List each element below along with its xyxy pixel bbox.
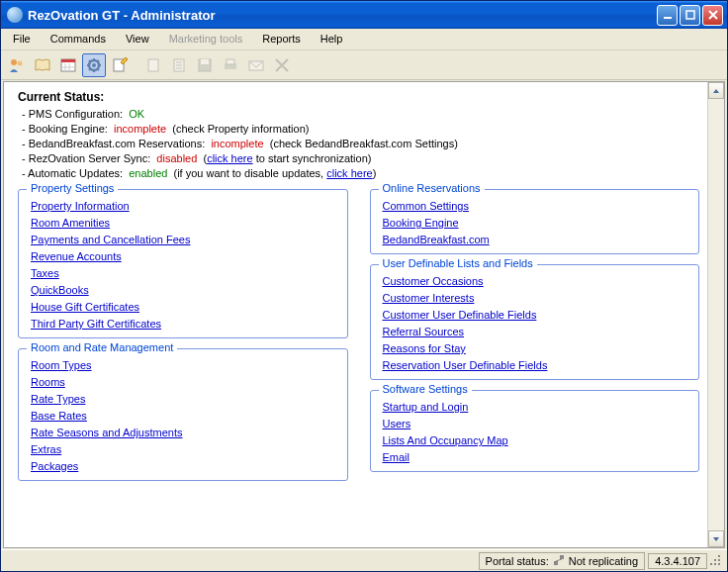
link-email[interactable]: Email	[383, 451, 410, 463]
portal-status-panel: Portal status: Not replicating	[479, 552, 646, 570]
close-button[interactable]	[702, 5, 723, 26]
status-pms: - PMS Configuration: OK	[22, 108, 699, 120]
app-icon	[7, 7, 23, 23]
group-room-rate: Room and Rate Management Room Types Room…	[18, 348, 348, 481]
svg-rect-19	[554, 561, 558, 565]
link-customer-fields[interactable]: Customer User Definable Fields	[383, 309, 537, 321]
svg-rect-5	[61, 59, 75, 62]
svg-point-10	[92, 63, 96, 67]
link-room-types[interactable]: Room Types	[31, 359, 92, 371]
menu-reports[interactable]: Reports	[252, 29, 311, 49]
link-referral-sources[interactable]: Referral Sources	[383, 326, 465, 337]
app-window: RezOvation GT - Administrator File Comma…	[0, 0, 728, 572]
toolbar-users-icon[interactable]	[5, 53, 29, 77]
toolbar-delete-icon	[270, 53, 294, 77]
minimize-button[interactable]	[657, 5, 678, 26]
menu-view[interactable]: View	[116, 29, 159, 49]
toolbar-open-icon	[167, 53, 191, 77]
menu-marketing-tools: Marketing tools	[159, 29, 253, 49]
group-room-rate-legend: Room and Rate Management	[27, 341, 177, 353]
link-base-rates[interactable]: Base Rates	[31, 410, 87, 422]
link-users[interactable]: Users	[383, 418, 411, 429]
status-bnb-value: incomplete	[211, 138, 263, 149]
link-reasons-for-stay[interactable]: Reasons for Stay	[383, 342, 466, 354]
window-title: RezOvation GT - Administrator	[28, 8, 215, 23]
menu-help[interactable]: Help	[311, 29, 353, 49]
group-software-settings: Software Settings Startup and Login User…	[370, 390, 700, 472]
group-online-reservations: Online Reservations Common Settings Book…	[370, 189, 700, 254]
link-rate-types[interactable]: Rate Types	[31, 393, 85, 405]
group-property-legend: Property Settings	[27, 182, 118, 194]
toolbar-save-icon	[193, 53, 217, 77]
status-updates: - Automatic Updates: enabled (if you wan…	[22, 167, 699, 179]
link-third-party-gift-certs[interactable]: Third Party Gift Certificates	[31, 318, 161, 330]
status-booking: - Booking Engine: incomplete (check Prop…	[22, 123, 699, 135]
status-pms-value: OK	[129, 108, 144, 120]
status-bnb: - BedandBreakfast.com Reservations: inco…	[22, 138, 699, 149]
toolbar-edit-icon[interactable]	[108, 53, 132, 77]
portal-status-value: Not replicating	[569, 555, 638, 567]
titlebar: RezOvation GT - Administrator	[1, 1, 727, 29]
status-booking-value: incomplete	[114, 123, 166, 135]
toolbar-new-icon	[141, 53, 165, 77]
group-user-lists: User Definable Lists and Fields Customer…	[370, 264, 700, 380]
link-rooms[interactable]: Rooms	[31, 376, 65, 388]
group-property-settings: Property Settings Property Information R…	[18, 189, 348, 338]
resize-grip[interactable]	[709, 554, 723, 568]
vertical-scrollbar[interactable]	[707, 82, 724, 547]
link-quickbooks[interactable]: QuickBooks	[31, 284, 89, 296]
toolbar-settings-icon[interactable]	[82, 53, 106, 77]
content-area: Current Status: - PMS Configuration: OK …	[3, 81, 725, 548]
group-online-legend: Online Reservations	[379, 182, 485, 194]
link-customer-occasions[interactable]: Customer Occasions	[383, 275, 484, 287]
link-payments-cancellation[interactable]: Payments and Cancellation Fees	[31, 234, 190, 245]
replication-icon	[553, 554, 565, 568]
link-booking-engine[interactable]: Booking Engine	[383, 217, 459, 229]
link-rate-seasons[interactable]: Rate Seasons and Adjustments	[31, 427, 182, 438]
toolbar-print-icon	[219, 53, 242, 77]
group-user-lists-legend: User Definable Lists and Fields	[379, 257, 537, 269]
status-updates-value: enabled	[129, 167, 167, 179]
menu-commands[interactable]: Commands	[41, 29, 116, 49]
current-status-heading: Current Status:	[18, 90, 699, 104]
maximize-button[interactable]	[680, 5, 700, 26]
version-label: 4.3.4.107	[655, 555, 700, 567]
scroll-area: Current Status: - PMS Configuration: OK …	[4, 82, 707, 547]
link-extras[interactable]: Extras	[31, 443, 61, 455]
link-startup-login[interactable]: Startup and Login	[383, 401, 469, 413]
scroll-up-button[interactable]	[708, 82, 724, 99]
link-reservation-fields[interactable]: Reservation User Definable Fields	[383, 359, 548, 371]
link-packages[interactable]: Packages	[31, 460, 78, 472]
link-room-amenities[interactable]: Room Amenities	[31, 217, 110, 229]
status-sync-value: disabled	[156, 152, 197, 164]
toolbar-calendar-icon[interactable]	[56, 53, 80, 77]
svg-rect-12	[148, 59, 158, 71]
svg-point-3	[18, 60, 23, 65]
link-bnb-com[interactable]: BedandBreakfast.com	[383, 234, 490, 245]
sync-click-here-link[interactable]: click here	[207, 152, 252, 164]
svg-rect-17	[227, 59, 234, 64]
svg-rect-0	[664, 17, 672, 19]
link-revenue-accounts[interactable]: Revenue Accounts	[31, 250, 122, 262]
version-panel: 4.3.4.107	[648, 553, 707, 569]
toolbar-book-icon[interactable]	[31, 53, 54, 77]
menu-file[interactable]: File	[3, 29, 41, 49]
scroll-track[interactable]	[708, 99, 724, 530]
link-house-gift-certs[interactable]: House Gift Certificates	[31, 301, 139, 313]
link-property-information[interactable]: Property Information	[31, 200, 130, 212]
link-customer-interests[interactable]: Customer Interests	[383, 292, 475, 304]
statusbar: Portal status: Not replicating 4.3.4.107	[1, 549, 727, 571]
menubar: File Commands View Marketing tools Repor…	[1, 29, 727, 50]
svg-rect-15	[201, 59, 209, 64]
toolbar	[1, 50, 727, 80]
svg-point-2	[11, 59, 17, 65]
link-taxes[interactable]: Taxes	[31, 267, 59, 279]
link-common-settings[interactable]: Common Settings	[383, 200, 469, 212]
toolbar-mail-icon	[244, 53, 268, 77]
updates-click-here-link[interactable]: click here	[326, 167, 372, 179]
svg-rect-1	[686, 11, 694, 19]
scroll-down-button[interactable]	[708, 530, 724, 547]
link-lists-occupancy[interactable]: Lists And Occupancy Map	[383, 434, 508, 446]
status-sync: - RezOvation Server Sync: disabled (clic…	[22, 152, 699, 164]
group-software-legend: Software Settings	[379, 383, 472, 395]
